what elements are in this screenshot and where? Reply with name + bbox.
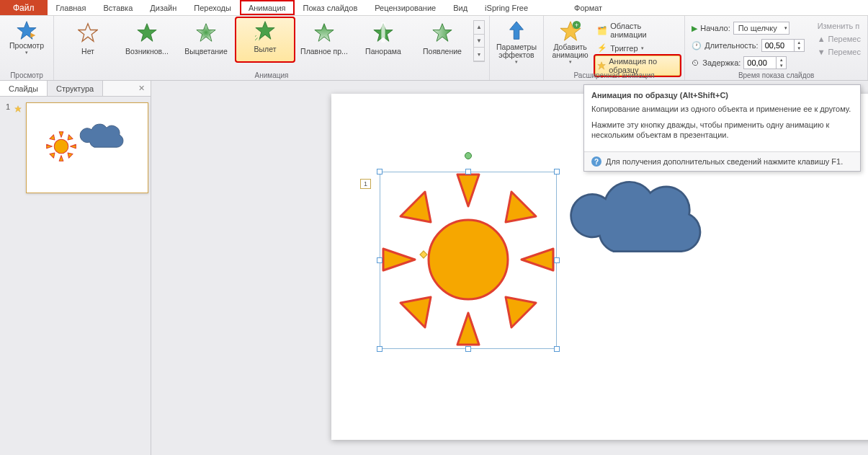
gallery-scroll-down[interactable]: ▼ <box>474 35 484 48</box>
svg-point-19 <box>54 139 68 154</box>
preview-button[interactable]: Просмотр ▾ <box>4 17 49 56</box>
gallery-panorama[interactable]: Панорама <box>354 17 413 62</box>
pane-icon: 🗂️ <box>597 26 607 35</box>
svg-marker-20 <box>59 132 63 138</box>
slide-thumbnail[interactable] <box>26 102 148 193</box>
svg-marker-1 <box>30 33 35 38</box>
duration-spin[interactable]: ▲▼ <box>761 39 805 52</box>
tooltip-line-1: Копирование анимации из одного объекта и… <box>591 104 853 114</box>
tooltip-line-2: Нажмите эту кнопку дважды, чтобы примени… <box>591 120 853 140</box>
effect-options-label: Параметры эффектов <box>494 43 539 59</box>
resize-n-handle[interactable] <box>465 169 471 175</box>
tooltip-footer: Для получения дополнительных сведений на… <box>606 157 843 166</box>
tab-home[interactable]: Главная <box>48 0 95 15</box>
tab-transitions[interactable]: Переходы <box>185 0 240 15</box>
bolt-icon: ⚡ <box>597 43 607 53</box>
slide-panel: Слайды Структура ✕ 1 <box>0 81 151 455</box>
gallery-scroll[interactable]: ▲ ▼ ▾ <box>473 20 485 62</box>
group-timing: ▶ Начало: По щелчку▾ 🕐 Длительность: ▲▼ … <box>685 16 868 80</box>
start-combo[interactable]: По щелчку▾ <box>733 22 789 35</box>
resize-se-handle[interactable] <box>554 346 560 352</box>
resize-e-handle[interactable] <box>554 257 560 263</box>
svg-marker-4 <box>197 24 215 42</box>
animation-painter-tooltip: Анимация по образцу (Alt+Shift+C) Копиро… <box>583 84 861 172</box>
resize-nw-handle[interactable] <box>377 169 382 175</box>
resize-s-handle[interactable] <box>465 346 471 352</box>
gallery-appear[interactable]: Возникнов... <box>117 17 176 62</box>
move-earlier-button[interactable]: ▲Перемес <box>815 33 863 45</box>
adjust-handle[interactable] <box>419 250 427 258</box>
svg-line-7 <box>258 39 261 40</box>
svg-marker-13 <box>510 22 524 39</box>
tab-file[interactable]: Файл <box>0 0 48 15</box>
svg-line-6 <box>255 38 258 41</box>
svg-marker-9 <box>315 24 334 42</box>
svg-marker-18 <box>15 106 22 112</box>
tab-insert[interactable]: Вставка <box>94 0 141 15</box>
animation-gallery: Нет Возникнов... Выцветание Вылет Плавно… <box>58 17 485 62</box>
preview-label: Просмотр <box>9 42 44 50</box>
effect-options-button[interactable]: Параметры эффектов ▾ <box>494 17 539 65</box>
svg-marker-25 <box>68 135 73 140</box>
group-advanced-animation: + Добавить анимацию ▾ 🗂️ Область анимаци… <box>544 16 685 80</box>
painter-star-icon <box>597 61 606 71</box>
gallery-expand[interactable]: ▾ <box>474 48 484 61</box>
resize-w-handle[interactable] <box>377 257 382 263</box>
ribbon: Просмотр ▾ Просмотр Нет Возникнов... Выц… <box>0 16 868 81</box>
tab-review[interactable]: Рецензирование <box>366 0 444 15</box>
tab-slideshow[interactable]: Показ слайдов <box>295 0 367 15</box>
tab-animation[interactable]: Анимация <box>240 0 295 15</box>
clock-icon: 🕐 <box>692 41 702 50</box>
panel-close-button[interactable]: ✕ <box>133 81 151 96</box>
add-animation-icon: + <box>560 20 581 42</box>
add-animation-button[interactable]: + Добавить анимацию ▾ <box>548 17 592 76</box>
gallery-floatin[interactable]: Плавное пр... <box>295 17 354 62</box>
tab-view[interactable]: Вид <box>444 0 476 15</box>
svg-marker-21 <box>59 156 63 162</box>
tab-design[interactable]: Дизайн <box>141 0 185 15</box>
thumbnail-1[interactable]: 1 <box>6 102 145 193</box>
play-icon: ▶ <box>692 24 697 33</box>
tab-format[interactable]: Формат <box>565 0 611 15</box>
star-none-icon <box>78 22 98 43</box>
group-effect-options: Параметры эффектов ▾ <box>490 16 544 80</box>
group-preview: Просмотр ▾ Просмотр <box>0 16 54 80</box>
slide-panel-tabs: Слайды Структура ✕ <box>0 81 151 97</box>
group-timing-label: Время показа слайдов <box>685 71 867 79</box>
star-appear2-icon <box>432 22 452 43</box>
arrow-up-small-icon: ▲ <box>818 35 826 43</box>
group-adv-label: Расширенная анимация <box>544 71 684 79</box>
group-preview-label: Просмотр <box>0 71 53 79</box>
svg-marker-26 <box>68 153 73 158</box>
trigger-button[interactable]: ⚡ Триггер ▾ <box>595 42 680 54</box>
gallery-scroll-up[interactable]: ▲ <box>474 21 484 35</box>
thumbnail-list: 1 <box>0 97 151 199</box>
svg-marker-23 <box>71 144 76 149</box>
help-icon: ? <box>591 156 601 167</box>
animation-pane-button[interactable]: 🗂️ Область анимации <box>595 20 680 40</box>
move-later-button[interactable]: ▼Перемес <box>815 46 863 58</box>
tab-outline[interactable]: Структура <box>48 81 103 96</box>
delay-spin[interactable]: ▲▼ <box>743 56 787 69</box>
reorder-label: Изменить п <box>815 20 863 32</box>
resize-sw-handle[interactable] <box>377 346 382 352</box>
gallery-fade[interactable]: Выцветание <box>176 17 236 62</box>
tab-ispring[interactable]: iSpring Free <box>476 0 537 15</box>
star-appear-icon <box>137 22 157 43</box>
tab-slides[interactable]: Слайды <box>0 81 48 96</box>
gallery-appear2[interactable]: Появление <box>413 17 472 62</box>
anim-indicator-icon <box>14 105 22 112</box>
group-gallery-label: Анимация <box>54 71 489 79</box>
resize-ne-handle[interactable] <box>554 169 560 175</box>
svg-rect-11 <box>381 22 385 43</box>
svg-marker-12 <box>433 24 452 42</box>
svg-text:+: + <box>574 22 578 29</box>
gallery-none[interactable]: Нет <box>58 17 117 62</box>
animation-order-tag[interactable]: 1 <box>360 179 371 189</box>
duration-row: 🕐 Длительность: ▲▼ <box>689 37 806 53</box>
start-row: ▶ Начало: По щелчку▾ <box>689 20 806 36</box>
rotate-handle[interactable] <box>465 152 472 159</box>
svg-marker-27 <box>50 153 55 158</box>
selection-box[interactable] <box>380 172 557 349</box>
gallery-flyin[interactable]: Вылет <box>236 17 295 62</box>
